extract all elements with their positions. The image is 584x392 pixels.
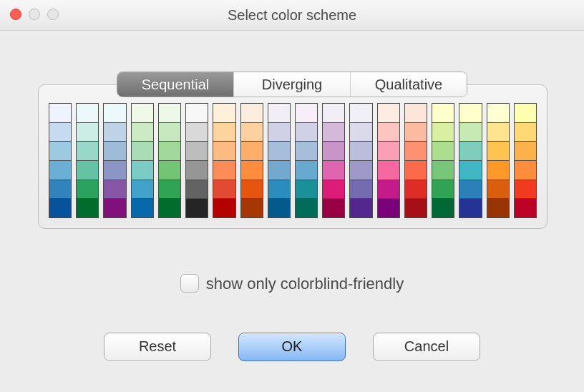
window-zoom-button[interactable] — [47, 9, 59, 20]
palette-orrd[interactable] — [213, 103, 235, 218]
palette-swatch — [132, 104, 153, 122]
window-controls — [10, 9, 59, 20]
palette-swatch — [49, 198, 71, 217]
palette-swatch — [323, 160, 344, 180]
palette-swatch — [378, 141, 399, 160]
palette-swatch — [405, 180, 427, 199]
palette-swatch — [350, 180, 371, 199]
palette-reds[interactable] — [404, 103, 427, 218]
palette-swatch — [77, 160, 98, 180]
palette-greys[interactable] — [185, 103, 208, 218]
window-close-button[interactable] — [10, 9, 21, 20]
palette-swatch — [268, 104, 290, 122]
palette-greens[interactable] — [158, 103, 181, 218]
palette-blues[interactable] — [49, 103, 72, 218]
palette-swatch — [49, 160, 71, 180]
palette-swatch — [268, 198, 290, 217]
palette-swatch — [405, 160, 427, 180]
window-title: Select color scheme — [0, 0, 584, 30]
palette-purd[interactable] — [322, 103, 345, 218]
palette-swatch — [515, 104, 536, 122]
palette-swatch — [241, 104, 263, 122]
palette-swatch — [405, 104, 427, 122]
palette-swatch — [515, 141, 536, 160]
palette-swatch — [186, 180, 208, 199]
palette-bugn[interactable] — [76, 103, 99, 218]
scheme-type-tabs: SequentialDivergingQualitative — [117, 72, 467, 97]
palette-swatch — [350, 160, 371, 180]
palette-swatch — [487, 104, 509, 122]
palette-swatch — [132, 180, 153, 199]
palette-swatch — [104, 104, 125, 122]
palette-swatch — [487, 198, 509, 217]
palette-swatch — [432, 122, 454, 142]
palette-swatch — [487, 141, 509, 160]
palette-purples[interactable] — [349, 103, 372, 218]
palette-swatch — [49, 104, 71, 122]
palette-swatch — [296, 160, 317, 180]
palette-panel — [38, 84, 548, 229]
tab-sequential[interactable]: Sequential — [117, 72, 233, 97]
colorblind-option-row: show only colorblind-friendly — [0, 274, 584, 293]
palette-swatch — [350, 198, 371, 217]
palette-swatch — [405, 122, 427, 142]
palette-swatch — [378, 198, 399, 217]
colorblind-only-checkbox[interactable] — [180, 274, 199, 293]
palette-swatch — [213, 160, 235, 180]
palette-swatch — [49, 180, 71, 199]
palette-ylgn[interactable] — [432, 103, 454, 218]
palette-swatch — [132, 160, 153, 180]
palette-swatch — [104, 122, 125, 142]
palette-rdpu[interactable] — [377, 103, 400, 218]
palette-swatch — [405, 141, 427, 160]
ok-button[interactable]: OK — [238, 333, 346, 361]
tab-qualitative[interactable]: Qualitative — [350, 72, 467, 97]
palette-oranges[interactable] — [240, 103, 263, 218]
palette-swatch — [159, 104, 180, 122]
palette-bupu[interactable] — [103, 103, 126, 218]
palette-swatch — [323, 180, 344, 199]
palette-gnbu[interactable] — [131, 103, 154, 218]
reset-button[interactable]: Reset — [104, 333, 211, 361]
cancel-button[interactable]: Cancel — [373, 333, 480, 361]
palette-swatch — [432, 160, 454, 180]
palette-swatch — [159, 180, 180, 199]
palette-swatch — [213, 198, 235, 217]
palette-list — [49, 103, 537, 218]
palette-swatch — [515, 198, 536, 217]
palette-swatch — [213, 180, 235, 199]
palette-swatch — [487, 122, 509, 142]
palette-swatch — [159, 160, 180, 180]
palette-pubu[interactable] — [268, 103, 291, 218]
palette-swatch — [104, 160, 125, 180]
palette-swatch — [77, 141, 98, 160]
palette-swatch — [296, 141, 317, 160]
palette-ylorbr[interactable] — [487, 103, 510, 218]
palette-swatch — [186, 104, 208, 122]
palette-swatch — [459, 104, 481, 122]
palette-ylorrd[interactable] — [514, 103, 537, 218]
palette-swatch — [241, 180, 263, 199]
palette-swatch — [268, 122, 290, 142]
palette-swatch — [405, 198, 427, 217]
palette-swatch — [241, 141, 263, 160]
palette-pubugn[interactable] — [295, 103, 318, 218]
palette-swatch — [487, 160, 509, 180]
palette-swatch — [323, 122, 344, 142]
palette-swatch — [186, 198, 208, 217]
palette-ylgnbu[interactable] — [459, 103, 482, 218]
palette-swatch — [432, 180, 454, 199]
palette-swatch — [378, 104, 399, 122]
palette-swatch — [49, 141, 71, 160]
palette-swatch — [77, 180, 98, 199]
palette-swatch — [132, 122, 153, 142]
palette-swatch — [77, 122, 98, 142]
palette-swatch — [104, 180, 125, 199]
palette-swatch — [432, 104, 454, 122]
palette-swatch — [378, 160, 399, 180]
palette-swatch — [159, 122, 180, 142]
dialog-body: SequentialDivergingQualitative show only… — [0, 31, 584, 392]
window-minimize-button[interactable] — [29, 9, 40, 20]
tab-diverging[interactable]: Diverging — [233, 72, 350, 97]
palette-swatch — [268, 180, 290, 199]
